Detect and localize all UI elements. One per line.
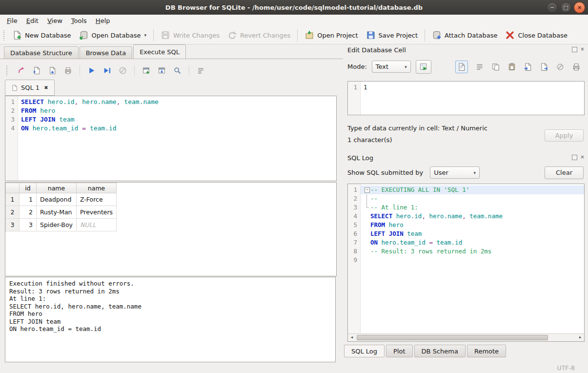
paste-data-button[interactable] — [507, 62, 516, 71]
execute-all-button[interactable] — [86, 65, 97, 76]
grid-corner[interactable] — [6, 183, 20, 193]
table-cell[interactable]: 2 — [20, 206, 37, 219]
tab-sql-1[interactable]: SQL 1✖ — [5, 80, 55, 96]
line-number: 9 — [350, 256, 357, 265]
column-header[interactable]: id — [20, 183, 37, 193]
table-cell[interactable]: Rusty-Man — [37, 206, 77, 219]
close-database-icon — [505, 30, 515, 40]
menu-item-tools[interactable]: Tools — [67, 16, 91, 26]
menu-item-edit[interactable]: Edit — [22, 16, 43, 26]
toolbar-handle[interactable] — [3, 30, 5, 41]
column-header[interactable]: name — [37, 183, 77, 193]
execute-current-line-button[interactable] — [101, 65, 113, 76]
minimize-button[interactable]: − — [547, 2, 558, 13]
export-data-icon — [540, 62, 548, 71]
table-cell[interactable]: Z-Force — [77, 193, 117, 206]
print-button[interactable] — [62, 65, 74, 76]
close-tab-icon[interactable]: ✖ — [44, 85, 48, 90]
table-cell[interactable]: Preventers — [77, 206, 117, 219]
scrollbar-thumb[interactable] — [357, 335, 548, 340]
table-cell[interactable]: NULL — [77, 219, 117, 231]
new-database-button[interactable]: New Database — [8, 28, 75, 42]
fold-marker-icon[interactable]: − — [364, 186, 370, 194]
close-panel-icon[interactable]: × — [580, 47, 585, 52]
open-sql-file-button[interactable] — [31, 65, 42, 76]
open-database-button[interactable]: Open Database▾ — [75, 28, 150, 42]
sql-filter-select[interactable]: User ▾ — [430, 166, 480, 179]
table-cell[interactable]: 1 — [20, 193, 37, 206]
filter-value: User — [434, 169, 448, 176]
copy-data-button[interactable] — [491, 62, 500, 71]
save-project-button[interactable]: Save Project — [362, 28, 422, 42]
menu-item-help[interactable]: Help — [91, 16, 115, 26]
sql-editor[interactable]: 1234 SELECT hero.id, hero.name, team.nam… — [5, 96, 337, 181]
close-database-button[interactable]: Close Database — [501, 28, 571, 42]
format-sql-button[interactable] — [16, 65, 27, 76]
tab-label: DB Schema — [422, 348, 458, 355]
auto-format-button[interactable] — [475, 62, 484, 71]
print-icon — [64, 66, 72, 75]
open-database-icon — [79, 30, 89, 40]
text-view-button[interactable] — [455, 61, 468, 73]
tab-sql-log[interactable]: SQL Log — [344, 345, 385, 357]
save-sql-file-button[interactable] — [47, 65, 58, 76]
row-number[interactable]: 1 — [6, 193, 20, 206]
export-csv-button[interactable] — [156, 65, 167, 76]
clear-button[interactable]: Clear — [545, 166, 584, 179]
float-panel-icon[interactable] — [572, 47, 577, 52]
editor-content: SELECT hero.id, hero.name, team.nameFROM… — [18, 96, 336, 181]
button-label: Attach Database — [445, 32, 497, 39]
execution-message-log[interactable]: Execution finished without errors. Resul… — [5, 277, 336, 362]
fold-gutter — [364, 203, 370, 212]
open-project-button[interactable]: Open Project — [301, 28, 362, 42]
sql-log-view[interactable]: 123456789 −-- EXECUTING ALL IN 'SQL 1'--… — [347, 184, 585, 342]
window-title: DB Browser for SQLite - /home/user/code/… — [165, 4, 423, 11]
close-button[interactable]: × — [574, 2, 585, 13]
tab-browse-data[interactable]: Browse Data — [80, 46, 133, 59]
stop-icon — [119, 66, 127, 75]
set-null-button[interactable] — [556, 62, 565, 71]
tab-execute-sql[interactable]: Execute SQL — [133, 44, 186, 59]
tab-db-schema[interactable]: DB Schema — [414, 345, 466, 357]
edit-cell-title: Edit Database Cell — [347, 46, 406, 54]
tab-remote[interactable]: Remote — [467, 345, 506, 357]
scroll-right-arrow[interactable]: ▶ — [576, 334, 584, 341]
scrollbar-track[interactable] — [356, 334, 576, 341]
row-number[interactable]: 3 — [6, 219, 20, 231]
toolbar-handle[interactable] — [6, 65, 8, 76]
cell-editor-content: 1 — [361, 82, 584, 115]
mode-select[interactable]: Text ▾ — [372, 61, 411, 73]
chevron-down-icon: ▾ — [405, 64, 407, 69]
print-cell-button[interactable] — [572, 62, 581, 71]
fold-gutter — [364, 194, 370, 203]
attach-database-button[interactable]: Attach Database — [428, 28, 501, 42]
import-data-button[interactable] — [524, 62, 532, 71]
export-data-button[interactable] — [540, 62, 548, 71]
tab-database-structure[interactable]: Database Structure — [4, 46, 79, 59]
word-wrap-button[interactable] — [195, 65, 206, 76]
maximize-button[interactable]: □ — [560, 2, 571, 13]
find-replace-button[interactable] — [172, 65, 183, 76]
column-header[interactable]: name — [77, 183, 117, 193]
save-sql-file-icon — [48, 66, 57, 75]
table-cell[interactable]: Deadpond — [37, 193, 77, 206]
button-label: New Database — [25, 32, 71, 39]
scroll-left-arrow[interactable]: ◀ — [348, 334, 356, 341]
table-cell[interactable]: Spider-Boy — [37, 219, 77, 231]
close-panel-icon[interactable]: × — [580, 155, 585, 160]
table-cell[interactable]: 3 — [20, 219, 37, 231]
tab-plot[interactable]: Plot — [386, 345, 413, 357]
dropdown-arrow[interactable]: ▾ — [144, 33, 146, 38]
import-file-button[interactable] — [416, 60, 431, 74]
menu-item-view[interactable]: View — [43, 16, 67, 26]
menu-item-file[interactable]: File — [2, 16, 22, 26]
tab-label: SQL Log — [351, 348, 377, 355]
save-results-view-button[interactable] — [141, 65, 152, 76]
cell-editor[interactable]: 1 1 — [347, 81, 585, 115]
row-number[interactable]: 2 — [6, 206, 20, 219]
filter-label: Show SQL submitted by — [347, 169, 423, 176]
line-number: 2 — [7, 106, 15, 115]
button-label: Save Project — [379, 32, 418, 39]
copy-data-icon — [491, 62, 500, 71]
float-panel-icon[interactable] — [572, 155, 577, 160]
